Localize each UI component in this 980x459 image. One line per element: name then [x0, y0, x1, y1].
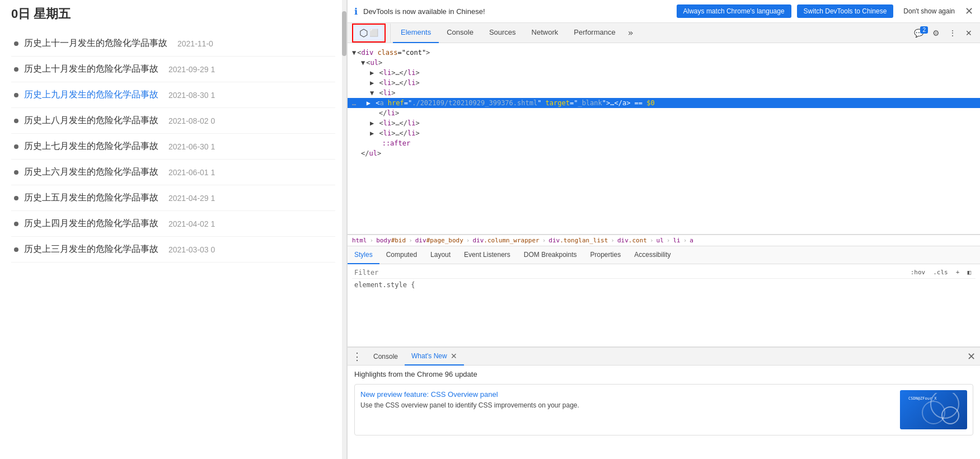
feature-title[interactable]: New preview feature: CSS Overview panel — [360, 390, 893, 399]
list-item[interactable]: 历史上八月发生的危险化学品事故 2021-08-02 0 — [11, 108, 335, 134]
settings-button[interactable]: ⚙ — [929, 26, 943, 40]
bullet-icon — [14, 67, 18, 72]
list-item[interactable]: 历史上十月发生的危险化学品事故 2021-09-29 1 — [11, 57, 335, 82]
bottom-tabs-menu[interactable]: ⋮ — [352, 350, 362, 362]
list-item[interactable]: 历史上七月发生的危险化学品事故 2021-06-30 1 — [11, 134, 335, 160]
filter-input[interactable] — [354, 269, 908, 277]
article-title: 历史上九月发生的危险化学品事故 — [24, 89, 158, 101]
list-item[interactable]: 历史上四月发生的危险化学品事故 2021-04-02 1 — [11, 211, 335, 237]
whats-new-close-button[interactable]: ✕ — [451, 352, 457, 360]
inspect-icon: ⬡ — [359, 27, 368, 39]
inspect-element-button[interactable]: ⬡ ⬜ — [352, 24, 386, 43]
toggle-panel-button[interactable]: ◧ — [965, 268, 973, 277]
tab-network[interactable]: Network — [524, 23, 566, 43]
tab-elements[interactable]: Elements — [393, 23, 439, 43]
breadcrumb-a[interactable]: a — [690, 237, 693, 244]
breadcrumb-div-column-wrapper[interactable]: div.column_wrapper — [472, 237, 539, 244]
dom-panel: ▼ <div class="cont" > ▼ <ul> ▶ <li> … </… — [348, 43, 980, 235]
list-item[interactable]: 历史上五月发生的危险化学品事故 2021-04-29 1 — [11, 185, 335, 211]
breadcrumb-bar: html › body#bid › div#page_body › div.co… — [348, 235, 980, 246]
feature-card: New preview feature: CSS Overview panel … — [354, 384, 973, 435]
article-date: 2021-08-30 1 — [168, 91, 215, 100]
svg-text:CSDN@ZFour_X: CSDN@ZFour_X — [908, 396, 937, 401]
bottom-panel-close-button[interactable]: ✕ — [967, 350, 976, 363]
article-date: 2021-06-01 1 — [168, 168, 215, 177]
highlights-title: Highlights from the Chrome 96 update — [354, 370, 973, 378]
arrow-icon[interactable]: ▶ — [367, 99, 371, 107]
hov-button[interactable]: :hov — [908, 268, 928, 277]
bottom-panel: ⋮ Console What's New ✕ ✕ Highlights from… — [348, 347, 980, 459]
list-item[interactable]: 历史上三月发生的危险化学品事故 2021-03-03 0 — [11, 237, 335, 263]
switch-to-chinese-button[interactable]: Switch DevTools to Chinese — [797, 4, 894, 18]
breadcrumb-div-tonglan-list[interactable]: div.tonglan_list — [548, 237, 608, 244]
cls-button[interactable]: .cls — [931, 268, 950, 277]
bottom-tab-console[interactable]: Console — [367, 348, 405, 366]
list-item[interactable]: 历史上六月发生的危险化学品事故 2021-06-01 1 — [11, 160, 335, 185]
styles-tab-dom-breakpoints[interactable]: DOM Breakpoints — [517, 246, 584, 264]
element-style: element.style { — [352, 279, 976, 290]
scroll-thumb[interactable] — [342, 11, 346, 56]
styles-tab-computed[interactable]: Computed — [379, 246, 424, 264]
breadcrumb-html[interactable]: html — [352, 237, 367, 244]
scrollbar[interactable] — [342, 0, 346, 459]
add-style-button[interactable]: + — [954, 268, 962, 277]
breadcrumb-div-cont[interactable]: div.cont — [617, 237, 647, 244]
dom-line[interactable]: ▶ <li> … </li> — [348, 68, 980, 78]
dom-content: ▼ <div class="cont" > ▼ <ul> ▶ <li> … </… — [348, 45, 980, 161]
info-bar-close-button[interactable]: ✕ — [965, 5, 973, 17]
dom-line[interactable]: ▼ <div class="cont" > — [348, 48, 980, 58]
dont-show-again-button[interactable]: Don't show again — [899, 4, 959, 18]
breadcrumb-div-page-body[interactable]: div#page_body — [415, 237, 463, 244]
arrow-icon[interactable]: ▶ — [370, 129, 374, 137]
article-title: 历史上八月发生的危险化学品事故 — [24, 115, 158, 127]
styles-tab-properties[interactable]: Properties — [584, 246, 628, 264]
bullet-icon — [14, 170, 18, 175]
tab-nav: Elements Console Sources Network Perform… — [391, 23, 906, 43]
arrow-icon[interactable]: ▶ — [370, 79, 374, 87]
arrow-icon[interactable]: ▼ — [370, 89, 374, 97]
more-options-button[interactable]: ⋮ — [945, 26, 960, 40]
dom-line-selected[interactable]: … ▶ < a href =" ./202109/t20210929_39937… — [348, 98, 980, 108]
article-title: 历史上十月发生的危险化学品事故 — [24, 63, 158, 75]
bullet-icon — [14, 93, 18, 97]
feature-card-text: New preview feature: CSS Overview panel … — [360, 390, 893, 429]
close-devtools-button[interactable]: ✕ — [962, 26, 976, 40]
dom-line[interactable]: ▶ <li> … </li> — [348, 78, 980, 88]
breadcrumb-body[interactable]: body#bid — [376, 237, 406, 244]
article-title: 历史上五月发生的危险化学品事故 — [24, 192, 158, 204]
chat-button[interactable]: 💬 2 — [911, 26, 927, 40]
styles-tab-layout[interactable]: Layout — [424, 246, 457, 264]
dom-line[interactable]: ▼ <li> — [348, 88, 980, 98]
breadcrumb-li[interactable]: li — [673, 237, 680, 244]
styles-tab-styles[interactable]: Styles — [348, 246, 379, 264]
bullet-icon — [14, 119, 18, 123]
tab-sources[interactable]: Sources — [481, 23, 524, 43]
tab-console[interactable]: Console — [439, 23, 481, 43]
dom-line[interactable]: ▶ <li> … </li> — [348, 128, 980, 138]
arrow-icon[interactable]: ▼ — [352, 49, 356, 57]
list-item[interactable]: 历史上十一月发生的危险化学品事故 2021-11-0 — [11, 31, 335, 57]
arrow-icon[interactable]: ▶ — [370, 119, 374, 127]
bullet-icon — [14, 196, 18, 200]
dom-line[interactable]: ::after — [348, 138, 980, 148]
styles-tab-accessibility[interactable]: Accessibility — [627, 246, 677, 264]
article-date: 2021-09-29 1 — [168, 65, 215, 74]
dom-line[interactable]: </li> — [348, 108, 980, 118]
dom-line[interactable]: ▶ <li> … </li> — [348, 118, 980, 128]
list-item[interactable]: 历史上九月发生的危险化学品事故 2021-08-30 1 — [11, 82, 335, 108]
styles-tab-event-listeners[interactable]: Event Listeners — [457, 246, 517, 264]
more-tabs-button[interactable]: » — [623, 27, 638, 38]
article-date: 2021-03-03 0 — [168, 245, 215, 254]
arrow-icon[interactable]: ▶ — [370, 69, 374, 77]
bottom-tab-whats-new[interactable]: What's New ✕ — [405, 348, 464, 366]
breadcrumb-ul[interactable]: ul — [657, 237, 664, 244]
dom-line[interactable]: ▼ <ul> — [348, 58, 980, 68]
always-match-button[interactable]: Always match Chrome's language — [677, 4, 791, 18]
arrow-icon[interactable]: ▼ — [361, 59, 365, 67]
tab-performance[interactable]: Performance — [566, 23, 623, 43]
webpage-panel: 0日 星期五 历史上十一月发生的危险化学品事故 2021-11-0 历史上十月发… — [0, 0, 347, 459]
dom-line[interactable]: </ul> — [348, 148, 980, 158]
styles-content: :hov .cls + ◧ element.style { — [348, 264, 980, 346]
feature-image: CSDN@ZFour_X — [900, 390, 967, 429]
chat-badge: 2 — [920, 26, 928, 34]
